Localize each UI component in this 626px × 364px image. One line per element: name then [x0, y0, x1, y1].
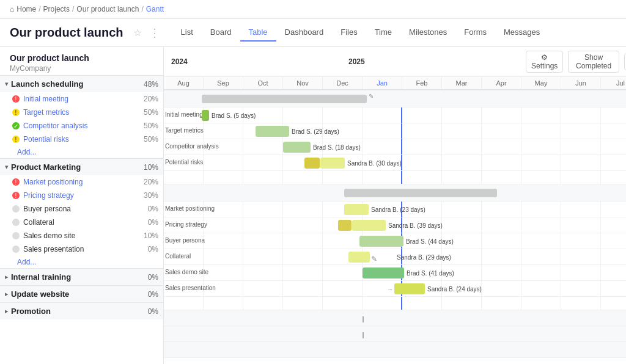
task-target-metrics[interactable]: ! Target metrics 50%: [0, 106, 163, 119]
page-title: Our product launch: [10, 26, 123, 40]
breadcrumb-sep3: /: [141, 5, 143, 13]
gantt-group-row-product: [164, 184, 626, 202]
group-pct-product: 10%: [144, 163, 158, 172]
breadcrumb-projects[interactable]: Projects: [43, 5, 70, 13]
gantt-label-market-positioning: Market positioning: [165, 205, 215, 212]
indicator-red: !: [12, 192, 20, 199]
tab-milestones[interactable]: Milestones: [400, 24, 455, 42]
group-launch-scheduling[interactable]: ▾ Launch scheduling 48%: [0, 75, 163, 92]
bar-competitor-analysis: Brad S. (18 days): [283, 142, 361, 153]
tab-board[interactable]: Board: [202, 24, 240, 42]
group-pct-launch: 48%: [144, 80, 158, 89]
gantt-row-collateral: Collateral ✎ Sandra B. (29 days): [164, 249, 626, 265]
bar-initial-meeting: Brad S. (5 days): [202, 110, 256, 121]
group-bar-product: [344, 189, 497, 197]
gantt-label-competitor-analysis: Competitor analysis: [165, 143, 219, 150]
chevron-right-icon: ▸: [5, 273, 9, 281]
gantt-row-add-product: [164, 297, 626, 310]
sidebar-project-name: Our product launch: [10, 53, 153, 63]
add-task-product[interactable]: Add...: [0, 256, 163, 268]
gantt-row-sales-demo-site: Sales demo site Brad S. (41 days): [164, 265, 626, 281]
breadcrumb-project[interactable]: Our product launch: [76, 5, 139, 13]
task-sales-presentation[interactable]: Sales presentation 0%: [0, 242, 163, 256]
task-name: Collateral: [23, 218, 136, 227]
tab-list[interactable]: List: [172, 24, 202, 42]
month-oct: Oct: [243, 77, 283, 89]
gantt-label-initial-meeting: Initial meeting: [165, 111, 203, 118]
task-name: Buyer persona: [23, 205, 136, 213]
task-competitor-analysis[interactable]: ✓ Competitor analysis 50%: [0, 119, 163, 133]
milestone-icon: ✎: [369, 93, 375, 99]
add-task-launch[interactable]: Add...: [0, 146, 163, 158]
gantt-row-market-positioning: Market positioning Sandra B. (23 days): [164, 202, 626, 217]
task-buyer-persona[interactable]: Buyer persona 0%: [0, 202, 163, 216]
tab-dashboard[interactable]: Dashboard: [276, 24, 333, 42]
task-market-positioning[interactable]: ! Market positioning 20%: [0, 175, 163, 189]
star-icon[interactable]: ☆: [133, 27, 142, 38]
gantt-row-pricing-strategy: Pricing strategy Sandra B. (39 days): [164, 217, 626, 233]
gantt-group-row-website: [164, 326, 626, 342]
month-jul: Jul: [601, 77, 626, 89]
task-pricing-strategy[interactable]: ! Pricing strategy 30%: [0, 189, 163, 202]
group-update-website[interactable]: ▸ Update website 0%: [0, 285, 163, 302]
gantt-row-initial-meeting: Initial meeting Brad S. (5 days): [164, 107, 626, 123]
bar-buyer-persona: Brad S. (44 days): [359, 236, 454, 247]
gantt-controls: ⚙ Settings Show Completed 🔍: [526, 51, 626, 73]
task-pct: 50%: [136, 122, 158, 130]
task-pct: 20%: [136, 95, 158, 103]
tab-files[interactable]: Files: [332, 24, 366, 42]
tab-forms[interactable]: Forms: [455, 24, 495, 42]
group-product-marketing[interactable]: ▾ Product Marketing 10%: [0, 158, 163, 175]
task-name: Sales demo site: [23, 231, 136, 240]
breadcrumb: ⌂ Home / Projects / Our product launch /…: [0, 0, 626, 19]
milestone-line-internal: [363, 316, 364, 322]
indicator-yellow: !: [12, 136, 20, 143]
gantt-label-pricing-strategy: Pricing strategy: [165, 221, 207, 228]
bar-collateral: ✎ Sandra B. (29 days): [348, 252, 451, 263]
group-pct-website: 0%: [148, 290, 158, 299]
bar-target-metrics: Brad S. (29 days): [256, 126, 339, 137]
group-name-internal: Internal training: [11, 272, 148, 282]
year-2025: 2025: [348, 57, 526, 66]
group-pct-internal: 0%: [148, 273, 158, 282]
month-apr: Apr: [482, 77, 521, 89]
month-nov: Nov: [283, 77, 323, 89]
task-initial-meeting[interactable]: ! Initial meeting 20%: [0, 92, 163, 106]
gantt-label-target-metrics: Target metrics: [165, 127, 204, 134]
home-icon: ⌂: [10, 5, 14, 13]
breadcrumb-sep1: /: [39, 5, 40, 13]
group-promotion[interactable]: ▸ Promotion 0%: [0, 302, 163, 319]
sidebar: Our product launch MyCompany ▾ Launch sc…: [0, 47, 164, 364]
tab-time[interactable]: Time: [366, 24, 400, 42]
month-dec: Dec: [323, 77, 363, 89]
milestone-line-website: [363, 332, 364, 338]
tab-messages[interactable]: Messages: [495, 24, 548, 42]
year-2024: 2024: [171, 57, 348, 66]
task-collateral[interactable]: Collateral 0%: [0, 216, 163, 229]
breadcrumb-home[interactable]: Home: [17, 5, 36, 13]
task-pct: 0%: [136, 205, 158, 213]
gantt-area: 2024 2025 ⚙ Settings Show Completed 🔍 Au…: [164, 47, 626, 364]
gantt-top-bar: 2024 2025 ⚙ Settings Show Completed 🔍: [164, 47, 626, 77]
more-icon[interactable]: ⋮: [149, 26, 160, 40]
group-pct-promotion: 0%: [148, 307, 158, 316]
month-aug: Aug: [164, 77, 204, 89]
tab-table[interactable]: Table: [240, 24, 276, 42]
task-potential-risks[interactable]: ! Potential risks 50%: [0, 133, 163, 146]
sidebar-project: Our product launch MyCompany: [0, 47, 163, 75]
bar-market-positioning: Sandra B. (23 days): [344, 204, 425, 215]
group-name-product: Product Marketing: [11, 162, 144, 172]
task-sales-demo-site[interactable]: Sales demo site 10%: [0, 229, 163, 242]
show-completed-button[interactable]: Show Completed: [568, 51, 619, 73]
month-feb: Feb: [402, 77, 442, 89]
settings-button[interactable]: ⚙ Settings: [526, 51, 563, 73]
gantt-label-buyer-persona: Buyer persona: [165, 237, 205, 244]
month-mar: Mar: [442, 77, 482, 89]
task-name: Pricing strategy: [23, 191, 136, 200]
app-header: Our product launch ☆ ⋮ List Board Table …: [0, 19, 626, 47]
indicator-red: !: [12, 178, 20, 186]
task-pct: 10%: [136, 231, 158, 240]
breadcrumb-sep2: /: [72, 5, 74, 13]
gantt-header: 2024 2025 ⚙ Settings Show Completed 🔍 Au…: [164, 47, 626, 90]
group-internal-training[interactable]: ▸ Internal training 0%: [0, 268, 163, 285]
